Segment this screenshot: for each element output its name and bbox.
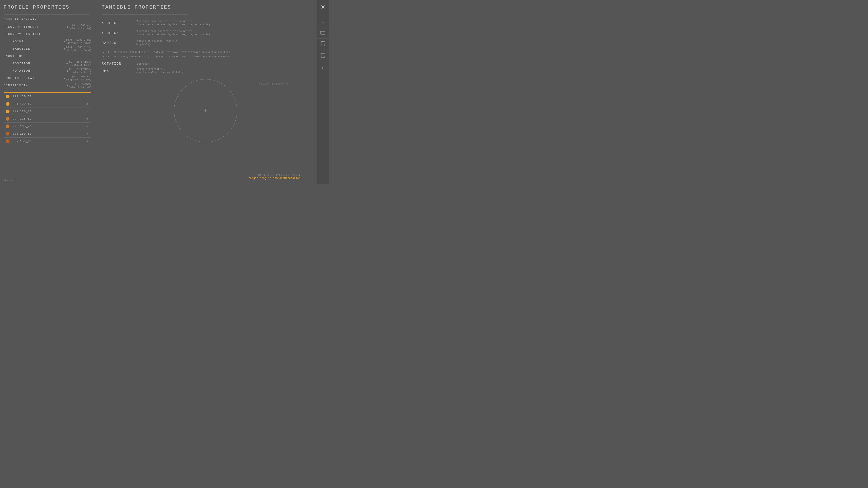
left-divider — [4, 14, 90, 14]
recovery-timeout-hint: (0 - 1000 ms,Default is 200) — [69, 24, 91, 30]
smoothing-pos-left-arrow[interactable]: ◄ — [102, 51, 105, 54]
rotation-extra-row: ROTATION (Degrees) — [102, 62, 310, 66]
tangible-remove-001[interactable]: × — [85, 102, 89, 106]
add-button[interactable]: ＋ — [316, 17, 329, 28]
folder-button[interactable] — [316, 28, 329, 39]
tangible-id-002: 002 — [13, 110, 20, 113]
y-offset-desc: (Distance from centeroid of the pointsto… — [135, 30, 210, 37]
tangible-remove-005[interactable]: × — [85, 124, 89, 128]
conflict-delay-left-arrow[interactable]: ◄ — [62, 77, 66, 80]
tangible-id-006: 006 — [13, 132, 20, 135]
x-offset-desc: (Distance from centeroid of the pointsto… — [135, 20, 210, 27]
place-tangible-area: PLACE TANGIBLE — [259, 83, 289, 86]
tangible-color-006 — [6, 132, 9, 135]
close-button[interactable]: ✕ — [319, 2, 327, 12]
tangible-remove-004[interactable]: × — [85, 117, 89, 121]
conflict-delay-hint: (0 - 1000 ms,Suggested is 200) — [66, 75, 91, 82]
x-offset-row: X OFFSET (Distance from centeroid of the… — [102, 19, 310, 27]
crosshair-icon: + — [204, 108, 207, 114]
smoothing-row: SMOOTHING — [4, 53, 91, 59]
smoothing-pos-hint: (1 - 25 frames, Default is 1) — [106, 51, 149, 54]
tangible-remove-006[interactable]: × — [85, 132, 89, 135]
tangible-item-006[interactable]: 006 150_50 × — [4, 130, 91, 138]
rotation-left-arrow[interactable]: ◄ — [65, 69, 69, 72]
position-label: POSITION — [4, 62, 65, 65]
y-offset-label: Y OFFSET — [102, 31, 135, 35]
sensitivity-hint: (1.0- 100.0,Default is 1.0) — [69, 83, 91, 89]
point-row: POINT ◄ (0.0 - 1000.0 px,Default is 50.0… — [4, 38, 91, 45]
save-as-icon: AS — [320, 55, 325, 59]
right-sidebar: ✕ ＋ — [316, 0, 329, 184]
smoothing-pos-desc: Data points saved over x frames to avera… — [154, 51, 230, 54]
recovery-distance-row: RECOVERY DISTANCE — [4, 31, 91, 37]
svg-rect-1 — [321, 41, 325, 46]
tangible-circle: + — [174, 79, 237, 142]
svg-text:AS: AS — [322, 57, 324, 58]
tangible-hint: (0.0 - 1000.0 px,Default is 50.0) — [66, 45, 91, 52]
rotation-row: ROTATION ◄ (1 - 25 frames,Default is 1) — [4, 67, 91, 74]
add-icon: ＋ — [321, 20, 325, 24]
smoothing-label: SMOOTHING — [4, 55, 91, 58]
tangible-remove-002[interactable]: × — [85, 110, 89, 113]
tangible-color-004 — [6, 117, 9, 121]
recovery-timeout-label: RECOVERY TIMEOUT — [4, 25, 65, 29]
tangible-item-002[interactable]: 002 120_70 × — [4, 108, 91, 115]
point-left-arrow[interactable]: ◄ — [62, 40, 66, 43]
tangible-left-arrow[interactable]: ◄ — [62, 47, 66, 50]
tangible-item-004[interactable]: 004 135_60 × — [4, 115, 91, 123]
center-panel: TANGIBLE PROPERTIES X OFFSET (Distance f… — [95, 0, 316, 184]
rotation-extra-desc: (Degrees) — [135, 63, 149, 65]
save-as-button[interactable]: AS — [316, 50, 329, 62]
name-row: NAME 55_profile — [4, 17, 91, 21]
tangible-name-006: 150_50 — [20, 132, 85, 135]
tangible-color-002 — [6, 110, 9, 113]
recovery-distance-label: RECOVERY DISTANCE — [4, 33, 91, 36]
rms-desc: (Error differential,Must be smaller than… — [135, 67, 185, 74]
info-button[interactable]: ℹ — [316, 62, 329, 73]
recovery-timeout-left-arrow[interactable]: ◄ — [65, 25, 69, 28]
center-divider — [102, 14, 188, 14]
tangible-remove-007[interactable]: × — [85, 140, 89, 143]
tangible-name-005: 135_70 — [20, 125, 85, 128]
sensitivity-left-arrow[interactable]: ◄ — [65, 84, 69, 87]
recovery-timeout-row: RECOVERY TIMEOUT ◄ (0 - 1000 ms,Default … — [4, 24, 91, 30]
radius-desc: (Radius of physical tangible,in pixels) — [135, 39, 179, 47]
x-offset-label: X OFFSET — [102, 21, 135, 25]
folder-icon — [320, 31, 325, 35]
tangible-list: 000 120_50 × 001 120_60 × 002 120_70 × 0… — [4, 92, 91, 145]
info-link[interactable]: tangibleengine.com/documentation — [249, 177, 301, 180]
save-icon — [320, 43, 325, 47]
name-value: 55_profile — [15, 17, 37, 21]
profile-properties-title: PROFILE PROPERTIES — [4, 4, 91, 10]
tangible-name-007: 150_60 — [20, 140, 85, 143]
circle-area: + — [102, 79, 310, 142]
tangible-name-002: 120_70 — [20, 110, 85, 113]
bottom-info: For more information, visit tangibleengi… — [249, 174, 301, 180]
tangible-name-001: 120_60 — [20, 102, 85, 106]
svg-rect-5 — [322, 53, 324, 55]
tangible-item-007[interactable]: 007 150_60 × — [4, 138, 91, 145]
position-left-arrow[interactable]: ◄ — [65, 62, 69, 65]
point-hint: (0.0 - 1000.0 px,Default is 50.0) — [66, 38, 91, 45]
rms-row: RMS (Error differential,Must be smaller … — [102, 67, 310, 74]
smoothing-position-row: ◄ (1 - 25 frames, Default is 1) Data poi… — [102, 51, 310, 54]
tangible-item-001[interactable]: 001 120_60 × — [4, 100, 91, 108]
tangible-item-000[interactable]: 000 120_50 × — [4, 93, 91, 100]
smoothing-rotation-row: ◄ (1 - 25 frames, Default is 1) Data poi… — [102, 55, 310, 58]
tangible-item-005[interactable]: 005 135_70 × — [4, 123, 91, 130]
point-label: POINT — [4, 40, 62, 43]
svg-rect-2 — [322, 41, 324, 43]
ideum-label: ideum — [2, 179, 13, 182]
rotation-hint: (1 - 25 frames,Default is 1) — [69, 67, 91, 74]
rms-label: RMS — [102, 69, 135, 73]
left-panel: PROFILE PROPERTIES NAME 55_profile RECOV… — [0, 0, 95, 184]
save-button[interactable] — [316, 39, 329, 50]
tangible-remove-000[interactable]: × — [85, 95, 89, 98]
tangible-id-004: 004 — [13, 117, 20, 121]
position-hint: (1 - 25 frames,Default is 1) — [69, 60, 91, 67]
smoothing-rot-left-arrow[interactable]: ◄ — [102, 55, 105, 58]
sensitivity-label: SENSITIVITY — [4, 84, 65, 87]
conflict-delay-row: CONFLICT DELAY ◄ (0 - 1000 ms,Suggested … — [4, 75, 91, 82]
tangible-name-004: 135_60 — [20, 117, 85, 121]
info-icon: ℹ — [322, 65, 324, 70]
